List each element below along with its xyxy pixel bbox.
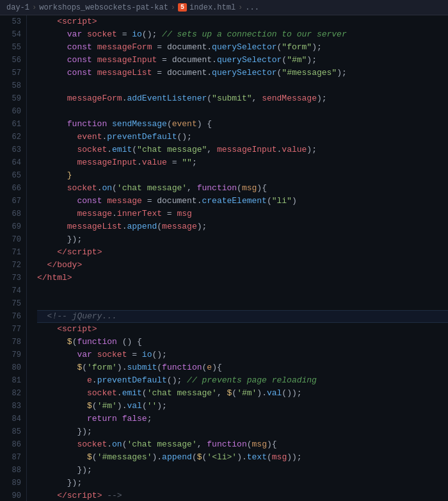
breadcrumb-part: workshops_websockets-pat-kat bbox=[39, 3, 168, 12]
code-line-68: message.innerText = msg bbox=[37, 208, 448, 220]
code-line-53: <script> bbox=[37, 15, 448, 28]
line-numbers: 53 54 55 56 57 58 59 60 61 62 63 64 65 6… bbox=[0, 15, 27, 501]
code-line-73: </html> bbox=[37, 272, 448, 284]
code-line-89: }); bbox=[37, 477, 448, 489]
code-line-67: const message = document.createElement("… bbox=[37, 195, 448, 208]
code-line-86: socket.on('chat message', function(msg){ bbox=[37, 438, 448, 451]
code-line-60 bbox=[37, 105, 448, 118]
code-line-54: var socket = io(); // sets up a connecti… bbox=[37, 28, 448, 41]
sep: › bbox=[32, 3, 36, 12]
code-line-63: socket.emit("chat message", messageInput… bbox=[37, 144, 448, 156]
code-line-83: $('#m').val(''); bbox=[37, 400, 448, 413]
code-area: <script> var socket = io(); // sets up a… bbox=[27, 15, 448, 501]
code-line-85: }); bbox=[37, 425, 448, 438]
code-line-88: }); bbox=[37, 464, 448, 477]
sep: › bbox=[238, 3, 243, 12]
code-line-78: $(function () { bbox=[37, 336, 448, 349]
html-badge: 5 bbox=[178, 3, 187, 12]
code-line-90: </script> --> bbox=[37, 489, 448, 501]
code-line-69: messageList.append(message); bbox=[37, 220, 448, 233]
code-line-72: </body> bbox=[37, 259, 448, 272]
code-line-70: }); bbox=[37, 233, 448, 246]
breadcrumb-part: index.html bbox=[189, 3, 236, 12]
code-line-87: $('#messages').append($('<li>').text(msg… bbox=[37, 451, 448, 464]
breadcrumb-part: ... bbox=[245, 3, 259, 12]
code-line-80: $('form').submit(function(e){ bbox=[37, 361, 448, 374]
code-line-66: socket.on('chat message', function(msg){ bbox=[37, 182, 448, 195]
sep: › bbox=[171, 3, 175, 12]
code-line-55: const messageForm = document.querySelect… bbox=[37, 41, 448, 54]
code-line-74 bbox=[37, 284, 448, 297]
code-line-62: event.preventDefault(); bbox=[37, 131, 448, 144]
code-line-58 bbox=[37, 79, 448, 92]
code-line-84: return false; bbox=[37, 413, 448, 425]
code-line-59: messageForm.addEventListener("submit", s… bbox=[37, 92, 448, 105]
code-line-57: const messageList = document.querySelect… bbox=[37, 67, 448, 79]
breadcrumb-bar: day-1 › workshops_websockets-pat-kat › 5… bbox=[0, 0, 448, 15]
code-line-81: e.preventDefault(); // prevents page rel… bbox=[37, 374, 448, 387]
code-line-64: messageInput.value = ""; bbox=[37, 156, 448, 169]
code-line-75 bbox=[37, 297, 448, 310]
code-line-77: <script> bbox=[37, 323, 448, 336]
code-line-65: } bbox=[37, 169, 448, 182]
code-container: 53 54 55 56 57 58 59 60 61 62 63 64 65 6… bbox=[0, 15, 448, 501]
code-line-71: </script> bbox=[37, 246, 448, 259]
code-line-56: const messageInput = document.querySelec… bbox=[37, 54, 448, 67]
code-line-82: socket.emit('chat message', $('#m').val(… bbox=[37, 387, 448, 400]
code-line-76: <!-- jQuery... bbox=[37, 310, 448, 323]
code-line-79: var socket = io(); bbox=[37, 349, 448, 361]
breadcrumb-part: day-1 bbox=[6, 3, 29, 12]
code-line-61: function sendMessage(event) { bbox=[37, 118, 448, 131]
